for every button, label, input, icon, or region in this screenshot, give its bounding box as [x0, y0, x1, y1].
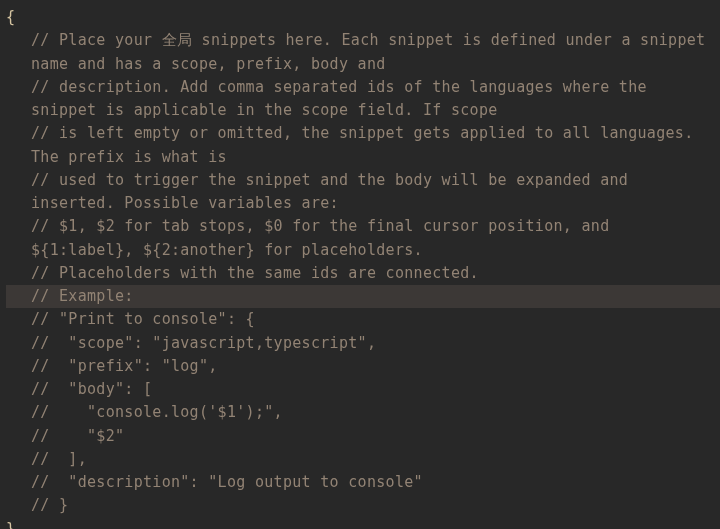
code-line: // Example: [6, 285, 720, 308]
code-line: // "$2" [6, 425, 720, 448]
code-line: // is left empty or omitted, the snippet… [6, 122, 720, 169]
open-brace: { [6, 6, 720, 29]
code-line: // "Print to console": { [6, 308, 720, 331]
code-editor[interactable]: { // Place your 全局 snippets here. Each s… [6, 6, 720, 523]
code-line: // used to trigger the snippet and the b… [6, 169, 720, 216]
code-line: // "scope": "javascript,typescript", [6, 332, 720, 355]
close-brace: } [6, 518, 720, 530]
code-line: // "body": [ [6, 378, 720, 401]
code-line: // } [6, 494, 720, 517]
code-line: // Placeholders with the same ids are co… [6, 262, 720, 285]
code-line: // "prefix": "log", [6, 355, 720, 378]
code-line: // "console.log('$1');", [6, 401, 720, 424]
code-line: // $1, $2 for tab stops, $0 for the fina… [6, 215, 720, 262]
code-line: // "description": "Log output to console… [6, 471, 720, 494]
code-line: // ], [6, 448, 720, 471]
code-line: // description. Add comma separated ids … [6, 76, 720, 123]
code-line: // Place your 全局 snippets here. Each sni… [6, 29, 720, 76]
